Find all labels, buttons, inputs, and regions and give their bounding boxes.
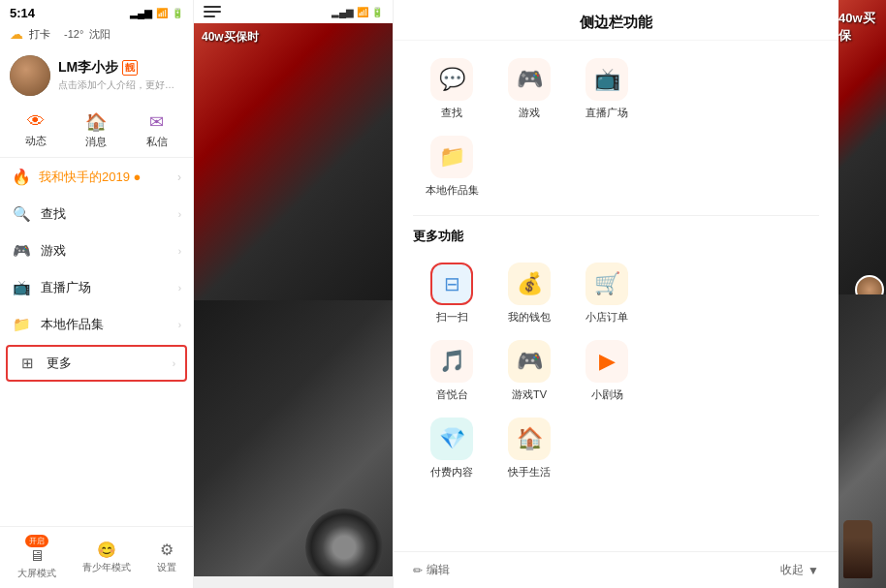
sixin-label: 私信 bbox=[146, 135, 168, 149]
feed-image-2[interactable] bbox=[194, 300, 393, 577]
edit-label: 编辑 bbox=[427, 562, 450, 578]
feature-kuaishoushengho[interactable]: 🏠 快手生活 bbox=[490, 412, 568, 485]
shezhi-label: 设置 bbox=[157, 561, 176, 574]
feature-fufeineirongt[interactable]: 💎 付费内容 bbox=[413, 412, 490, 485]
person-silhouette bbox=[843, 520, 872, 578]
zhibo-label: 直播广场 bbox=[41, 279, 169, 296]
xiaodian-label: 小店订单 bbox=[585, 310, 628, 325]
cell-signal-icon: ▂▄▆ bbox=[332, 7, 354, 17]
chevron-down-icon: ▼ bbox=[807, 564, 819, 577]
username: LM李小步 bbox=[58, 59, 118, 77]
zhibo-feature-label: 直播广场 bbox=[585, 106, 628, 120]
collapse-label: 收起 bbox=[780, 562, 804, 578]
zuopin-icon-wrap: 📁 bbox=[430, 136, 473, 178]
chevron-icon: › bbox=[178, 209, 181, 220]
right-bottom-bar: ✏ 编辑 收起 ▼ bbox=[394, 551, 839, 588]
cart-icon: 🛒 bbox=[594, 271, 620, 296]
bottom-shezhi[interactable]: ⚙ 设置 bbox=[157, 541, 176, 574]
tv-icon: 📺 bbox=[12, 279, 31, 296]
grid-icon: ⊞ bbox=[17, 355, 37, 372]
feature-youxi[interactable]: 🎮 游戏 bbox=[490, 52, 568, 126]
quick-nav-dongtai[interactable]: 👁 动态 bbox=[25, 111, 47, 149]
user-name-row: LM李小步 靓 bbox=[58, 59, 183, 77]
feature-youxitv[interactable]: 🎮 游戏TV bbox=[490, 334, 568, 408]
feature-yinyuetai[interactable]: 🎵 音悦台 bbox=[413, 334, 490, 408]
hamburger-line-3 bbox=[204, 15, 215, 17]
youxi-icon-wrap: 🎮 bbox=[508, 58, 551, 101]
mail-icon: ✉ bbox=[149, 111, 164, 133]
top-feature-grid: 💬 查找 🎮 游戏 📺 直播广场 bbox=[413, 52, 819, 126]
more-features-section: 更多功能 ⊟ 扫一扫 💰 我的钱包 🛒 小店订单 bbox=[394, 216, 839, 497]
status-bar: 5:14 ▂▄▆ 📶 🔋 bbox=[0, 0, 193, 24]
more-section-title: 更多功能 bbox=[413, 228, 819, 245]
zuopin-label: 本地作品集 bbox=[41, 316, 169, 333]
menu-item-youxi[interactable]: 🎮 游戏 › bbox=[0, 232, 193, 269]
chazhao-icon-wrap: 💬 bbox=[430, 58, 473, 101]
xiaoxi-label: 消息 bbox=[85, 135, 107, 149]
chevron-icon-2: › bbox=[178, 246, 181, 257]
menu-item-zhibo[interactable]: 📺 直播广场 › bbox=[0, 269, 193, 306]
hamburger-line-1 bbox=[204, 6, 221, 8]
youxitv-label: 游戏TV bbox=[512, 387, 547, 402]
user-info: LM李小步 靓 点击添加个人介绍，更好的展示自己。 bbox=[58, 59, 183, 92]
chazhao-label: 查找 bbox=[41, 205, 169, 223]
quick-nav-sixin[interactable]: ✉ 私信 bbox=[146, 111, 168, 149]
user-section[interactable]: LM李小步 靓 点击添加个人介绍，更好的展示自己。 bbox=[0, 47, 193, 104]
menu-item-zuopin[interactable]: 📁 本地作品集 › bbox=[0, 306, 193, 343]
far-right-panel: 40w买保 bbox=[839, 0, 886, 588]
qingshaonian-label: 青少年模式 bbox=[82, 561, 131, 574]
kuaishoushengho-label: 快手生活 bbox=[508, 465, 551, 480]
feature-saoyisao[interactable]: ⊟ 扫一扫 bbox=[413, 257, 490, 330]
city: 沈阳 bbox=[89, 27, 111, 42]
feature-xiaojuchang[interactable]: ▶ 小剧场 bbox=[568, 334, 646, 408]
search-icon: 🔍 bbox=[12, 205, 31, 223]
bottom-qingshaonian[interactable]: 😊 青少年模式 bbox=[82, 541, 131, 574]
settings-icon: ⚙ bbox=[160, 541, 174, 559]
system-icons: ▂▄▆ 📶 🔋 bbox=[130, 8, 183, 18]
game-tv-icon: 🎮 bbox=[517, 349, 543, 374]
battery-icon-2: 🔋 bbox=[371, 7, 383, 17]
weather-bar: ☁ 打卡 -12° 沈阳 bbox=[0, 24, 193, 47]
chevron-icon-3: › bbox=[178, 283, 181, 294]
eye-icon: 👁 bbox=[27, 111, 45, 132]
daping-label: 大屏模式 bbox=[17, 567, 56, 580]
chazhao-feature-label: 查找 bbox=[441, 106, 462, 120]
feed-panel: ▂▄▆ 📶 🔋 40w买保时 bbox=[194, 0, 393, 588]
youxitv-icon-wrap: 🎮 bbox=[508, 340, 551, 383]
quick-nav-xiaoxi[interactable]: 🏠 消息 bbox=[85, 111, 107, 149]
signal-icon: ▂▄▆ bbox=[130, 8, 152, 18]
collapse-button[interactable]: 收起 ▼ bbox=[780, 562, 819, 578]
menu-item-chazhao[interactable]: 🔍 查找 › bbox=[0, 196, 193, 232]
edit-button[interactable]: ✏ 编辑 bbox=[413, 562, 450, 578]
feature-chazhao[interactable]: 💬 查找 bbox=[413, 52, 490, 126]
wifi-icon-2: 📶 bbox=[357, 7, 368, 17]
zuopin-feature-icon: 📁 bbox=[439, 144, 465, 170]
chevron-icon-5: › bbox=[173, 358, 175, 369]
menu-list: 🔍 查找 › 🎮 游戏 › 📺 直播广场 › 📁 本地作品集 › ⊞ 更多 › bbox=[0, 196, 193, 526]
daping-badge: 开启 bbox=[25, 535, 48, 547]
user-desc: 点击添加个人介绍，更好的展示自己。 bbox=[58, 78, 183, 92]
car-image-2 bbox=[194, 300, 393, 577]
sidebar-panel: 5:14 ▂▄▆ 📶 🔋 ☁ 打卡 -12° 沈阳 LM李小步 靓 点击添加个人… bbox=[0, 0, 194, 588]
xiaodian-icon-wrap: 🛒 bbox=[585, 263, 628, 305]
yinyuetai-label: 音悦台 bbox=[436, 387, 468, 402]
battery-icon: 🔋 bbox=[172, 8, 183, 18]
far-right-text-1: 40w买保 bbox=[839, 10, 876, 45]
chevron-icon-4: › bbox=[178, 320, 181, 330]
hamburger-menu[interactable] bbox=[204, 6, 221, 17]
yinyuetai-icon-wrap: 🎵 bbox=[430, 340, 473, 383]
bottom-daping[interactable]: 开启 🖥 大屏模式 bbox=[17, 535, 56, 580]
feature-zuopin[interactable]: 📁 本地作品集 bbox=[413, 130, 490, 203]
feed-image-1[interactable]: 40w买保时 bbox=[194, 23, 393, 300]
gengduo-label: 更多 bbox=[47, 355, 163, 372]
menu-item-gengduo[interactable]: ⊞ 更多 › bbox=[6, 345, 187, 382]
teen-icon: 😊 bbox=[97, 541, 116, 559]
feature-zhibo[interactable]: 📺 直播广场 bbox=[568, 52, 646, 126]
feature-qianbao[interactable]: 💰 我的钱包 bbox=[490, 257, 568, 330]
feed-overlay-text-1: 40w买保时 bbox=[202, 29, 259, 46]
special-menu-item[interactable]: 🔥 我和快手的2019 ● › bbox=[0, 158, 193, 196]
打卡-label: 打卡 bbox=[29, 27, 50, 42]
play-icon: ▶ bbox=[599, 349, 616, 374]
wallet-icon: 💰 bbox=[517, 271, 543, 296]
feature-xiaodian[interactable]: 🛒 小店订单 bbox=[568, 257, 646, 330]
